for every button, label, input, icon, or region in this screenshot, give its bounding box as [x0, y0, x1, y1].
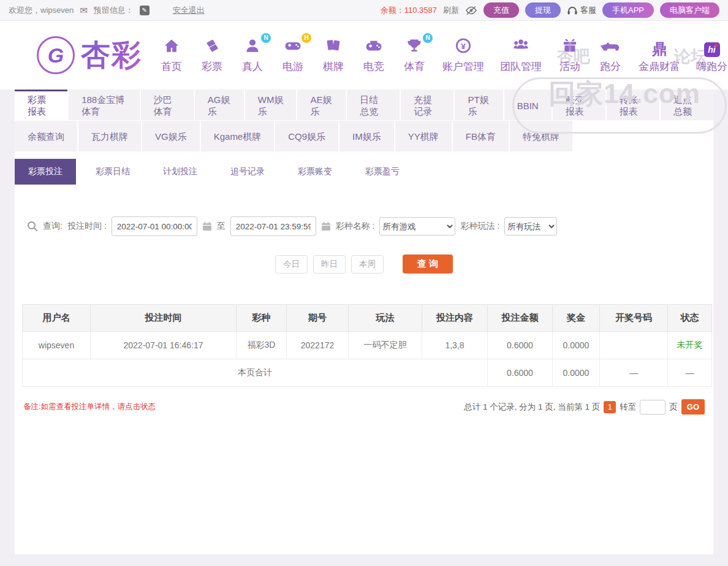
customer-service-label: 客服 — [580, 5, 596, 16]
home-icon — [162, 37, 181, 57]
nav-item-jinding-wealth[interactable]: 鼎 金鼎财富 — [639, 41, 680, 74]
tab-rebate-total[interactable]: 返点总额 — [661, 90, 713, 120]
brand-logo[interactable]: G 杏彩 — [37, 36, 142, 75]
query-submit-button[interactable]: 查 询 — [403, 254, 453, 273]
message-envelope-icon[interactable]: ✉ — [80, 5, 88, 16]
nav-label: 活动 — [559, 59, 580, 74]
nav-label: 棋牌 — [323, 59, 344, 74]
time-from-input[interactable] — [112, 216, 197, 236]
subtab-lottery-account-change[interactable]: 彩票账变 — [284, 159, 346, 185]
tab-account-change-report[interactable]: 账变报表 — [553, 90, 605, 120]
tab-wm[interactable]: WM娱乐 — [245, 90, 297, 120]
summary-label: 本页合计 — [23, 359, 488, 387]
tab-daily-overview[interactable]: 日结总览 — [347, 90, 400, 120]
lottery-subtabs: 彩票投注 彩票日结 计划投注 追号记录 彩票账变 彩票盈亏 — [15, 159, 713, 185]
balance-display: 余额：110.3587 — [381, 5, 437, 16]
recharge-button[interactable]: 充值 — [483, 2, 519, 18]
pagination: 总计 1 个记录, 分为 1 页, 当前第 1 页 1 转至 页 GO — [464, 399, 705, 415]
brand-logo-mark-icon: G — [37, 36, 75, 74]
time-to-input[interactable] — [230, 216, 316, 236]
tab-yy[interactable]: YY棋牌 — [395, 121, 452, 151]
tab-cq9[interactable]: CQ9娱乐 — [275, 121, 338, 151]
edit-reserved-info-icon[interactable]: ✎ — [140, 6, 150, 15]
tab-ag[interactable]: AG娱乐 — [195, 90, 244, 120]
subtab-lottery-bets[interactable]: 彩票投注 — [15, 159, 76, 185]
query-label: 查询: — [43, 221, 63, 232]
pagination-summary: 总计 1 个记录, 分为 1 页, 当前第 1 页 — [464, 402, 600, 413]
current-page-badge[interactable]: 1 — [604, 401, 616, 413]
today-button[interactable]: 今日 — [275, 255, 308, 273]
this-week-button[interactable]: 本周 — [351, 255, 384, 273]
calendar-from-icon[interactable] — [202, 221, 212, 231]
bets-table: 用户名 投注时间 彩种 期号 玩法 投注内容 投注金额 奖金 开奖号码 状态 w… — [22, 304, 712, 387]
subtab-chase-records[interactable]: 追号记录 — [217, 159, 278, 185]
main-nav: 首页 彩票 N 电游 真人 H 电游 棋牌 电竞 N 体育 — [159, 37, 727, 74]
tab-vg[interactable]: VG娱乐 — [142, 121, 200, 151]
goto-page-input[interactable] — [640, 400, 665, 415]
pc-client-button[interactable]: 电脑客户端 — [660, 2, 719, 18]
mobile-app-button[interactable]: 手机APP — [602, 2, 654, 18]
nav-item-hi-paofen[interactable]: hi 嗨跑分 — [696, 42, 727, 74]
tab-saba-sports[interactable]: 沙巴体育 — [141, 90, 194, 120]
brand-name: 杏彩 — [81, 36, 142, 75]
tab-wali[interactable]: 瓦力棋牌 — [78, 121, 141, 151]
tab-kgame[interactable]: Kgame棋牌 — [201, 121, 275, 151]
go-button[interactable]: GO — [681, 399, 705, 415]
play-type-label: 彩种玩法 : — [460, 221, 499, 232]
col-bet-content: 投注内容 — [422, 305, 488, 332]
nav-item-lottery[interactable]: 彩票 — [200, 37, 224, 74]
col-bet-amount: 投注金额 — [488, 305, 553, 332]
nav-item-promotions[interactable]: 活动 — [558, 37, 582, 74]
cell-bet-amount: 0.6000 — [488, 332, 553, 359]
summary-status: — — [668, 359, 712, 387]
col-draw-number: 开奖号码 — [600, 305, 668, 332]
withdraw-button[interactable]: 提现 — [525, 2, 561, 18]
nav-item-live-casino[interactable]: N 电游 真人 — [240, 37, 265, 74]
search-form: 查询: 投注时间 : 至 彩种名称 : 所有游戏 彩种玩法 : 所有玩法 — [15, 216, 713, 236]
customer-service-link[interactable]: 客服 — [567, 5, 596, 16]
cards-icon — [325, 37, 342, 57]
nav-item-home[interactable]: 首页 — [159, 37, 184, 74]
refresh-balance-link[interactable]: 刷新 — [443, 5, 459, 16]
nav-item-esports[interactable]: 电竞 — [362, 37, 386, 74]
tab-bbin[interactable]: BBIN — [504, 90, 552, 120]
cell-status-link[interactable]: 未开奖 — [668, 332, 712, 359]
nav-label: 嗨跑分 — [696, 59, 727, 74]
tab-188-sports[interactable]: 188金宝博体育 — [69, 90, 140, 120]
play-type-select[interactable]: 所有玩法 — [504, 217, 557, 235]
hide-balance-eye-icon[interactable] — [465, 6, 477, 15]
calendar-to-icon[interactable] — [321, 221, 331, 231]
tab-transfer-report[interactable]: 转账报表 — [607, 90, 659, 120]
live-person-icon — [244, 37, 261, 57]
tab-ae[interactable]: AE娱乐 — [297, 90, 346, 120]
lottery-ticket-icon — [203, 37, 221, 57]
nav-label: 真人 — [242, 59, 263, 74]
nav-label: 体育 — [404, 59, 425, 74]
nav-item-paofen[interactable]: 跑分 — [598, 37, 623, 74]
hi-badge-icon: hi — [704, 42, 720, 57]
tab-lottery-report[interactable]: 彩票报表 — [15, 90, 67, 120]
tab-deposit-withdraw-records[interactable]: 充提记录 — [401, 90, 453, 120]
nav-item-egames[interactable]: H 电游 — [281, 37, 305, 74]
to-label: 至 — [217, 221, 226, 232]
nav-item-team-management[interactable]: 团队管理 — [500, 37, 542, 74]
logout-link[interactable]: 安全退出 — [173, 5, 205, 16]
yesterday-button[interactable]: 昨日 — [313, 255, 346, 273]
nav-item-account-management[interactable]: ¥ 账户管理 — [442, 37, 484, 74]
col-issue: 期号 — [287, 305, 349, 332]
cell-play: 一码不定胆 — [349, 332, 422, 359]
tab-balance-query[interactable]: 余额查询 — [15, 121, 77, 151]
nav-item-chess-cards[interactable]: 棋牌 — [321, 37, 346, 74]
tab-im[interactable]: IM娱乐 — [339, 121, 394, 151]
subtab-plan-bets[interactable]: 计划投注 — [150, 159, 211, 185]
nav-label: 金鼎财富 — [639, 59, 680, 74]
lottery-name-select[interactable]: 所有游戏 — [379, 217, 455, 235]
col-prize: 奖金 — [553, 305, 600, 332]
table-footer: 备注:如需查看投注单详情，请点击状态 总计 1 个记录, 分为 1 页, 当前第… — [15, 399, 713, 415]
tab-fb-sports[interactable]: FB体育 — [453, 121, 509, 151]
tab-tetu[interactable]: 特兔棋牌 — [510, 121, 572, 151]
nav-item-sports[interactable]: N 体育 — [402, 37, 427, 74]
tab-pt[interactable]: PT娱乐 — [455, 90, 502, 120]
subtab-lottery-profit-loss[interactable]: 彩票盈亏 — [352, 159, 413, 185]
subtab-lottery-daily[interactable]: 彩票日结 — [82, 159, 143, 185]
